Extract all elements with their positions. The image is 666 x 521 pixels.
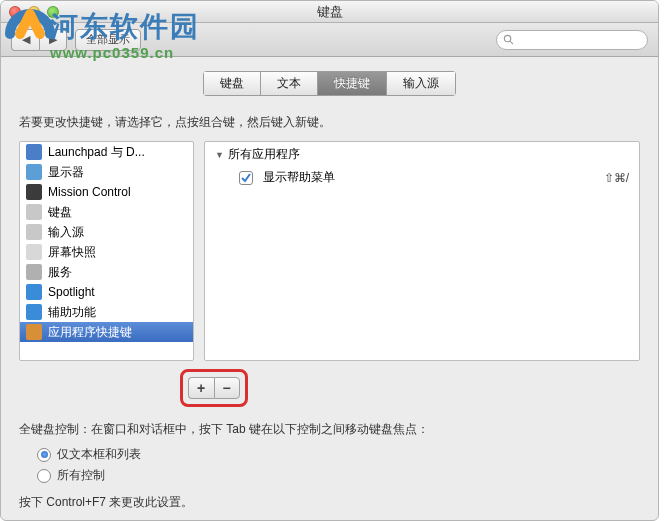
tab-1[interactable]: 文本 — [260, 71, 317, 96]
spotlight-icon — [26, 284, 42, 300]
watermark-title: 河东软件园 — [50, 8, 200, 46]
svg-line-1 — [510, 41, 513, 44]
disclosure-triangle-icon[interactable]: ▼ — [215, 150, 224, 160]
category-accessibility[interactable]: 辅助功能 — [20, 302, 193, 322]
category-label: Launchpad 与 D... — [48, 144, 145, 161]
category-label: 输入源 — [48, 224, 84, 241]
group-all-apps: 所有应用程序 — [228, 146, 300, 163]
highlighted-add-remove: + − — [180, 369, 248, 407]
tab-3[interactable]: 输入源 — [386, 71, 456, 96]
category-appstore[interactable]: 应用程序快捷键 — [20, 322, 193, 342]
category-input[interactable]: 输入源 — [20, 222, 193, 242]
screenshot-icon — [26, 244, 42, 260]
category-screenshot[interactable]: 屏幕快照 — [20, 242, 193, 262]
preferences-window: 键盘 ◀ ▶ 全部显示 键盘文本快捷键输入源 若要更改快捷键，请选择它，点按组合… — [0, 0, 659, 521]
tab-2[interactable]: 快捷键 — [317, 71, 386, 96]
display-icon — [26, 164, 42, 180]
search-icon — [503, 34, 514, 45]
shortcut-row[interactable]: 显示帮助菜单⇧⌘/ — [205, 167, 639, 188]
category-services[interactable]: 服务 — [20, 262, 193, 282]
radio-icon — [37, 469, 51, 483]
checkbox[interactable] — [239, 171, 253, 185]
appstore-icon — [26, 324, 42, 340]
radio-icon — [37, 448, 51, 462]
category-label: 服务 — [48, 264, 72, 281]
launchpad-icon — [26, 144, 42, 160]
category-keyboard[interactable]: 键盘 — [20, 202, 193, 222]
category-spotlight[interactable]: Spotlight — [20, 282, 193, 302]
categories-list[interactable]: Launchpad 与 D...显示器Mission Control键盘输入源屏… — [19, 141, 194, 361]
full-keyboard-hint: 全键盘控制：在窗口和对话框中，按下 Tab 键在以下控制之间移动键盘焦点： — [19, 421, 640, 438]
category-label: Mission Control — [48, 185, 131, 199]
category-mission[interactable]: Mission Control — [20, 182, 193, 202]
keyboard-icon — [26, 204, 42, 220]
category-display[interactable]: 显示器 — [20, 162, 193, 182]
radio-text-only[interactable]: 仅文本框和列表 — [37, 446, 640, 463]
category-label: Spotlight — [48, 285, 95, 299]
category-label: 屏幕快照 — [48, 244, 96, 261]
shortcut-label: 显示帮助菜单 — [263, 169, 335, 186]
accessibility-icon — [26, 304, 42, 320]
search-input[interactable] — [496, 30, 648, 50]
services-icon — [26, 264, 42, 280]
radio-all-controls[interactable]: 所有控制 — [37, 467, 640, 484]
add-button[interactable]: + — [188, 377, 214, 399]
tab-0[interactable]: 键盘 — [203, 71, 260, 96]
category-label: 辅助功能 — [48, 304, 96, 321]
shortcut-keys: ⇧⌘/ — [604, 171, 629, 185]
category-label: 键盘 — [48, 204, 72, 221]
instruction-text: 若要更改快捷键，请选择它，点按组合键，然后键入新键。 — [19, 114, 640, 131]
shortcuts-list[interactable]: ▼ 所有应用程序 显示帮助菜单⇧⌘/ — [204, 141, 640, 361]
category-label: 应用程序快捷键 — [48, 324, 132, 341]
category-label: 显示器 — [48, 164, 84, 181]
category-launchpad[interactable]: Launchpad 与 D... — [20, 142, 193, 162]
footer-hint: 按下 Control+F7 来更改此设置。 — [19, 494, 640, 511]
input-icon — [26, 224, 42, 240]
svg-point-0 — [504, 35, 510, 41]
remove-button[interactable]: − — [214, 377, 240, 399]
watermark-url: www.pc0359.cn — [50, 44, 174, 61]
mission-icon — [26, 184, 42, 200]
